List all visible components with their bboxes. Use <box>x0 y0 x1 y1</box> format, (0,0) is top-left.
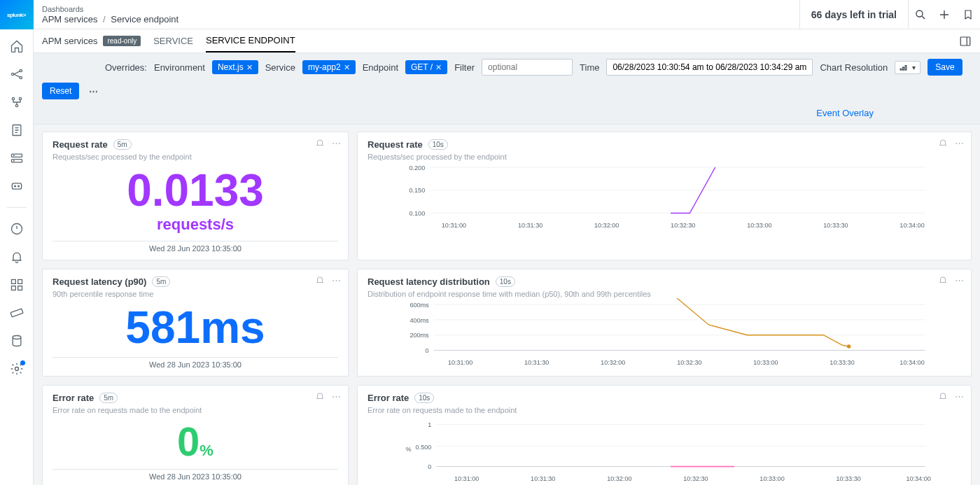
trace-icon[interactable] <box>10 95 24 109</box>
panel-interval-badge: 10s <box>414 393 434 403</box>
service-chip[interactable]: my-app2✕ <box>302 60 356 74</box>
bell-icon[interactable] <box>315 391 325 403</box>
panel-error-rate-chart: Error rate 10s ⋯ Error rate on requests … <box>357 385 972 485</box>
panel-subtitle: Error rate on requests made to the endpo… <box>52 406 338 414</box>
svg-text:10:33:00: 10:33:00 <box>747 222 771 229</box>
svg-text:0.500: 0.500 <box>416 444 432 451</box>
tab-service-endpoint[interactable]: SERVICE ENDPOINT <box>206 29 295 52</box>
bell-icon[interactable] <box>10 250 24 264</box>
tabs-row: APM services read-only SERVICE SERVICE E… <box>34 29 980 53</box>
latency-distribution-chart[interactable]: 600ms 400ms 200ms 0 10:31:00 10:31:30 10… <box>368 298 961 368</box>
logs-icon[interactable] <box>10 123 24 137</box>
more-icon[interactable]: ⋯ <box>955 391 964 403</box>
rum-icon[interactable] <box>10 179 24 193</box>
data-icon[interactable] <box>10 334 24 348</box>
bookmark-icon[interactable] <box>956 0 980 29</box>
infra-icon[interactable] <box>10 151 24 165</box>
close-icon[interactable]: ✕ <box>344 63 350 72</box>
add-icon[interactable] <box>932 0 956 29</box>
panel-toggle-icon[interactable] <box>959 35 972 48</box>
panel-title: Request rate <box>52 139 108 150</box>
bell-icon[interactable] <box>938 391 948 403</box>
home-icon[interactable] <box>10 39 24 53</box>
svg-text:10:32:00: 10:32:00 <box>594 222 619 229</box>
time-range-input[interactable] <box>606 59 813 76</box>
network-icon[interactable] <box>10 67 24 81</box>
panel-title: Request latency (p90) <box>52 276 146 287</box>
filter-label: Filter <box>454 62 475 73</box>
endpoint-chip[interactable]: GET /✕ <box>405 60 447 74</box>
svg-point-20 <box>13 336 21 339</box>
chart-resolution-dropdown[interactable]: ▾ <box>895 61 920 74</box>
more-icon[interactable]: ⋯ <box>332 275 341 287</box>
panel-interval-badge: 5m <box>113 139 132 150</box>
svg-point-10 <box>13 160 14 161</box>
bell-icon[interactable] <box>938 138 948 150</box>
environment-chip[interactable]: Next.js✕ <box>212 60 258 74</box>
svg-text:600ms: 600ms <box>410 302 429 309</box>
filter-input[interactable] <box>482 59 573 76</box>
more-icon[interactable]: ⋯ <box>332 391 341 403</box>
more-icon[interactable]: ⋯ <box>955 138 964 150</box>
metric-unit: % <box>200 442 214 459</box>
panel-timestamp: Wed 28 Jun 2023 10:35:00 <box>52 360 338 369</box>
reset-button[interactable]: Reset <box>42 83 79 99</box>
more-icon[interactable]: ⋯ <box>86 83 102 99</box>
bell-icon[interactable] <box>315 275 325 287</box>
close-icon[interactable]: ✕ <box>435 63 442 72</box>
alert-status-icon[interactable] <box>10 222 24 236</box>
bell-icon[interactable] <box>938 275 948 287</box>
svg-text:10:33:00: 10:33:00 <box>753 359 778 366</box>
svg-text:10:34:00: 10:34:00 <box>899 222 924 229</box>
svg-point-2 <box>20 76 22 78</box>
panel-title: Request latency distribution <box>368 276 490 287</box>
svg-text:10:33:30: 10:33:30 <box>823 222 848 229</box>
svg-text:10:32:00: 10:32:00 <box>601 359 625 366</box>
error-rate-chart[interactable]: 1 0.500 0 % 10:31:00 10:31:30 10:32:00 1… <box>368 414 961 484</box>
panel-interval-badge: 10s <box>428 139 448 150</box>
svg-rect-11 <box>12 183 21 189</box>
metric-value: 581ms <box>125 302 265 353</box>
trial-remaining[interactable]: 66 days left in trial <box>800 0 909 29</box>
svg-point-13 <box>18 185 19 187</box>
svg-text:10:32:00: 10:32:00 <box>607 475 631 482</box>
svg-point-4 <box>19 97 21 99</box>
panel-request-rate-value: Request rate 5m ⋯ Requests/sec processed… <box>42 132 349 260</box>
panel-latency-value: Request latency (p90) 5m ⋯ 90th percenti… <box>42 269 349 377</box>
svg-point-9 <box>13 155 14 156</box>
chart-resolution-label: Chart Resolution <box>820 62 888 73</box>
panel-subtitle: Distribution of endpoint response time w… <box>368 290 961 298</box>
svg-point-21 <box>15 367 18 371</box>
more-icon[interactable]: ⋯ <box>955 275 964 287</box>
panel-interval-badge: 5m <box>99 393 118 403</box>
svg-point-3 <box>12 97 14 99</box>
panel-interval-badge: 10s <box>496 276 515 287</box>
svg-text:10:31:30: 10:31:30 <box>531 475 555 482</box>
close-icon[interactable]: ✕ <box>246 63 253 72</box>
svg-rect-23 <box>960 37 970 45</box>
event-overlay-link[interactable]: Event Overlay <box>816 108 874 118</box>
request-rate-chart[interactable]: 0.200 0.150 0.100 10:31:00 10:31:30 10:3… <box>368 161 961 231</box>
svg-point-0 <box>11 73 13 75</box>
tab-service[interactable]: SERVICE <box>153 30 193 52</box>
overrides-bar: Overrides: Environment Next.js✕ Service … <box>34 53 980 125</box>
ruler-icon[interactable] <box>10 306 24 320</box>
panel-error-rate-value: Error rate 5m ⋯ Error rate on requests m… <box>42 385 349 485</box>
panel-title: Request rate <box>368 139 423 150</box>
svg-text:1: 1 <box>428 421 431 428</box>
bell-icon[interactable] <box>315 138 325 150</box>
svg-rect-17 <box>11 286 15 290</box>
svg-rect-24 <box>900 69 902 70</box>
search-icon[interactable] <box>909 0 932 29</box>
section-title: Dashboards <box>42 5 791 13</box>
svg-text:0.200: 0.200 <box>409 164 425 171</box>
svg-rect-8 <box>11 160 22 162</box>
save-button[interactable]: Save <box>927 59 962 76</box>
svg-text:400ms: 400ms <box>410 317 429 324</box>
breadcrumb-item[interactable]: APM services <box>42 14 97 24</box>
brand-logo[interactable]: splunk> <box>0 0 34 29</box>
dashboards-icon[interactable] <box>10 278 24 292</box>
more-icon[interactable]: ⋯ <box>332 138 341 150</box>
settings-icon[interactable] <box>10 362 24 376</box>
svg-text:10:31:30: 10:31:30 <box>524 359 549 366</box>
